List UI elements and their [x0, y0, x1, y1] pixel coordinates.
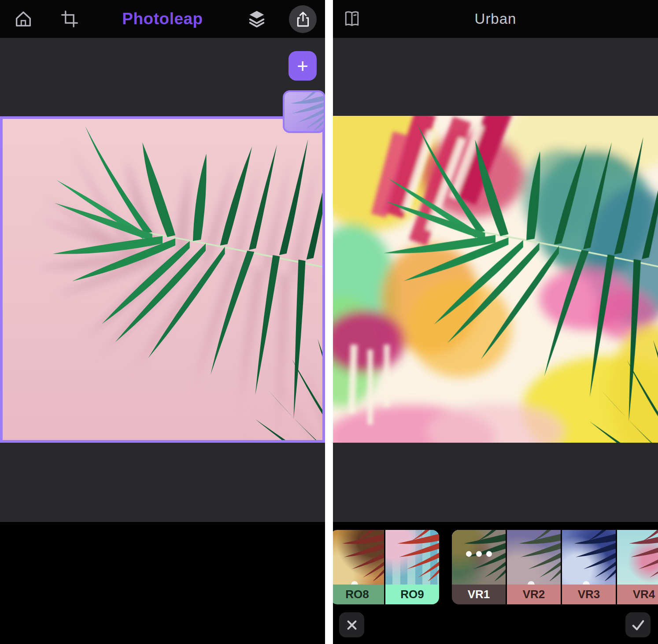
confirm-bar [333, 607, 658, 644]
editor-topbar: Photoleap [0, 0, 325, 38]
filter-preview-image [385, 530, 439, 585]
filter-thumb-vr2[interactable]: VR2 [507, 530, 561, 604]
filter-options-dots-icon[interactable] [452, 551, 506, 557]
cancel-button[interactable] [339, 612, 364, 637]
canvas-margin [333, 38, 658, 116]
palm-leaf-photo [3, 119, 322, 440]
filter-thumb-vr3[interactable]: VR3 [562, 530, 616, 604]
filter-thumbnail-row: RO8 RO9 VR1 [333, 530, 658, 604]
filter-preview-image [333, 530, 384, 585]
filter-code: VR1 [452, 585, 506, 604]
filter-code: VR4 [617, 585, 658, 604]
filter-thumb-ro8[interactable]: RO8 [333, 530, 384, 604]
filter-code: RO9 [385, 585, 439, 604]
effects-toolbar: Glitch Urban Sketch Light FX Du IMAGE LA… [0, 522, 325, 644]
filter-topbar: Urban [333, 0, 658, 38]
watercolor-palm-photo [333, 116, 658, 443]
layer-thumbnail[interactable] [283, 90, 325, 133]
filter-preview-panel: Urban [333, 0, 658, 644]
apply-button[interactable] [625, 612, 651, 637]
filter-preview-image [617, 530, 658, 585]
filter-group-vr: VR1 VR2 [452, 530, 658, 604]
photoleap-comparison-screenshot: Photoleap + [0, 0, 658, 644]
filter-thumb-vr4[interactable]: VR4 [617, 530, 658, 604]
filter-thumb-ro9[interactable]: RO9 [385, 530, 439, 604]
editor-panel: Photoleap + [0, 0, 325, 644]
filter-code: RO8 [333, 585, 384, 604]
add-layer-button[interactable]: + [288, 51, 317, 81]
filter-preview-image [562, 530, 616, 585]
filter-code: VR2 [507, 585, 561, 604]
export-share-button[interactable] [289, 5, 317, 33]
app-title: Photoleap [0, 0, 325, 38]
image-canvas-selected-layer[interactable] [0, 116, 325, 443]
filter-group-ro: RO8 RO9 [333, 530, 439, 604]
panel-divider [325, 0, 333, 644]
filter-preview-image [452, 530, 506, 585]
canvas-lower-margin [0, 443, 325, 522]
filtered-image-preview [333, 116, 658, 443]
adjust-strip [333, 443, 658, 522]
filter-thumb-vr1-selected[interactable]: VR1 [452, 530, 506, 604]
layers-icon[interactable] [244, 6, 270, 32]
filter-pack-title: Urban [333, 0, 658, 38]
filter-preview-image [507, 530, 561, 585]
canvas-margin [0, 38, 325, 116]
filter-code: VR3 [562, 585, 616, 604]
